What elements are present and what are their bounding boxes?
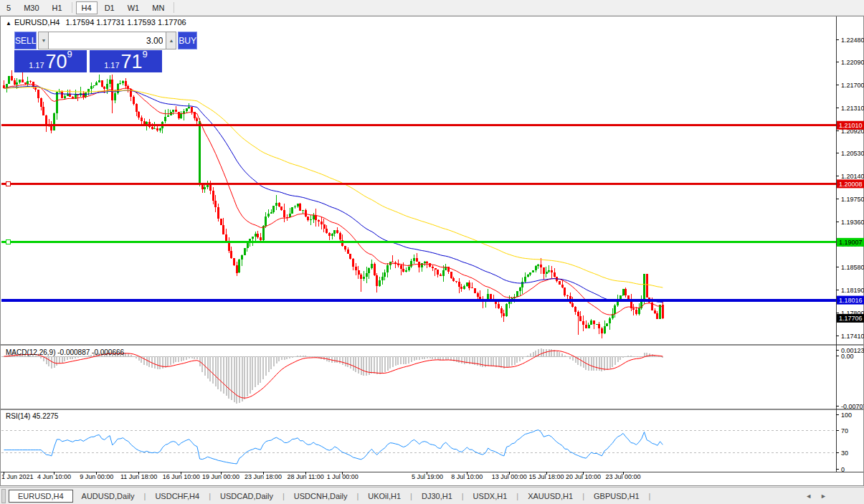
volume-spinner: ▼ ▲ — [38, 32, 176, 49]
toolbar-divider — [72, 2, 72, 13]
svg-text:1.19360: 1.19360 — [841, 219, 864, 226]
timeframe-button-w1[interactable]: W1 — [122, 1, 146, 14]
timeframe-button-m30[interactable]: M30 — [18, 1, 44, 14]
svg-text:28 Jun 11:00: 28 Jun 11:00 — [288, 473, 324, 480]
svg-text:13 Jul 00:00: 13 Jul 00:00 — [492, 473, 527, 480]
svg-text:30: 30 — [841, 450, 848, 457]
svg-text:1.19750: 1.19750 — [841, 196, 864, 203]
svg-text:19 Jun 00:00: 19 Jun 00:00 — [202, 473, 239, 480]
tab-separator: | — [283, 492, 285, 500]
svg-text:1.20008: 1.20008 — [839, 181, 863, 188]
chart-tab-eurusd[interactable]: EURUSD,H4 — [9, 490, 73, 503]
symbol-tab-bar: EURUSD,H4AUDUSD,Daily|USDCHF,H4|USDCAD,D… — [0, 487, 864, 504]
svg-text:9 Jun 00:00: 9 Jun 00:00 — [80, 473, 113, 480]
chart-tab-usdcad[interactable]: USDCAD,Daily — [212, 490, 282, 503]
buy-price-main: 71 — [121, 52, 143, 72]
timeframe-button-5[interactable]: 5 — [1, 1, 16, 14]
svg-text:100: 100 — [841, 412, 852, 419]
buy-price[interactable]: 1.17719 — [90, 50, 162, 72]
svg-text:20 Jul 10:00: 20 Jul 10:00 — [566, 473, 601, 480]
volume-increase-icon[interactable]: ▲ — [166, 32, 176, 49]
buy-button[interactable]: BUY — [178, 32, 197, 49]
tab-separator: | — [582, 492, 584, 500]
volume-decrease-icon[interactable]: ▼ — [38, 32, 49, 49]
svg-text:1.20140: 1.20140 — [841, 173, 864, 180]
svg-text:23 Jul 00:00: 23 Jul 00:00 — [605, 473, 640, 480]
svg-text:70: 70 — [841, 427, 848, 434]
chart-tab-ukoil[interactable]: UKOil,H1 — [359, 490, 409, 503]
tab-splitter[interactable] — [1, 489, 6, 503]
volume-input[interactable] — [49, 32, 166, 49]
chart-area: 1.224801.220901.217001.213101.209201.205… — [0, 16, 864, 486]
svg-text:0: 0 — [841, 466, 845, 473]
svg-text:1.22480: 1.22480 — [841, 37, 864, 44]
svg-text:1.21010: 1.21010 — [839, 122, 863, 129]
timeframe-button-h1[interactable]: H1 — [47, 1, 68, 14]
tab-scroll-arrows[interactable]: ◄► — [805, 493, 835, 500]
svg-text:11 Jun 18:00: 11 Jun 18:00 — [120, 473, 157, 480]
svg-text:1.17706: 1.17706 — [839, 315, 863, 322]
chart-symbol: EURUSD,H4 — [14, 18, 60, 27]
sell-price-prefix: 1.17 — [29, 61, 44, 70]
svg-text:0.00: 0.00 — [841, 353, 854, 360]
tab-separator: | — [462, 492, 464, 500]
svg-text:1.19007: 1.19007 — [839, 239, 863, 246]
svg-text:15 Jul 18:00: 15 Jul 18:00 — [528, 473, 564, 480]
timeframe-toolbar: 5M30H1H4D1W1MN — [0, 0, 864, 16]
tab-separator: | — [356, 492, 359, 500]
toolbar-divider — [174, 2, 174, 13]
tab-separator: | — [209, 492, 211, 500]
timeframe-button-h4[interactable]: H4 — [76, 1, 98, 14]
macd-label: MACD(12,26,9) -0.000887 -0.000666 — [6, 348, 124, 356]
tab-separator: | — [410, 492, 412, 500]
svg-text:16 Jun 10:00: 16 Jun 10:00 — [163, 473, 200, 480]
tab-separator: | — [649, 492, 651, 500]
sell-button[interactable]: SELL — [14, 32, 37, 49]
svg-text:1.21700: 1.21700 — [841, 82, 864, 89]
svg-text:-0.00707: -0.00707 — [841, 403, 864, 410]
svg-text:1.18580: 1.18580 — [841, 264, 864, 271]
svg-text:1.18190: 1.18190 — [841, 287, 864, 294]
sell-price[interactable]: 1.17709 — [14, 50, 87, 72]
svg-text:8 Jul 10:00: 8 Jul 10:00 — [451, 473, 483, 480]
chart-tab-xauusd[interactable]: XAUUSD,H1 — [519, 490, 581, 503]
buy-price-pip: 9 — [143, 49, 148, 60]
svg-text:1.22090: 1.22090 — [841, 59, 864, 66]
mt4-window: 5M30H1H4D1W1MN 1.224801.220901.217001.21… — [0, 0, 864, 504]
chart-tab-usdcnh[interactable]: USDCNH,Daily — [285, 490, 356, 503]
svg-text:1.20530: 1.20530 — [841, 150, 864, 157]
chart-tab-audusd[interactable]: AUDUSD,Daily — [73, 490, 143, 503]
chart-tab-gbpusd[interactable]: GBPUSD,H1 — [585, 490, 648, 503]
svg-text:1.21310: 1.21310 — [841, 105, 864, 112]
chart-header: ▲EURUSD,H41.17594 1.17731 1.17593 1.1770… — [6, 18, 186, 27]
symbol-marker-icon: ▲ — [6, 20, 11, 27]
chart-ohlc: 1.17594 1.17731 1.17593 1.17706 — [66, 18, 186, 27]
chart-tab-dj30[interactable]: DJ30,H1 — [413, 490, 461, 503]
svg-text:5 Jul 19:00: 5 Jul 19:00 — [412, 473, 443, 480]
chart-tab-usdx[interactable]: USDX,H1 — [465, 490, 516, 503]
tab-separator: | — [516, 492, 518, 500]
svg-text:1 Jul 00:00: 1 Jul 00:00 — [327, 473, 359, 480]
timeframe-button-mn[interactable]: MN — [146, 1, 170, 14]
svg-text:4 Jun 10:00: 4 Jun 10:00 — [37, 473, 71, 480]
rsi-label: RSI(14) 45.2275 — [6, 412, 58, 420]
chart-canvas[interactable]: 1.224801.220901.217001.213101.209201.205… — [0, 16, 864, 489]
one-click-trading-panel: SELL ▼ ▲ BUY 1.17709 1.17719 — [14, 32, 162, 72]
tab-separator: | — [144, 492, 146, 500]
chart-tab-usdchf[interactable]: USDCHF,H4 — [146, 490, 208, 503]
timeframe-button-d1[interactable]: D1 — [99, 1, 120, 14]
sell-price-pip: 9 — [67, 49, 72, 60]
svg-text:23 Jun 18:00: 23 Jun 18:00 — [245, 473, 282, 480]
svg-text:1.17410: 1.17410 — [841, 333, 864, 340]
buy-price-prefix: 1.17 — [104, 61, 119, 70]
sell-price-main: 70 — [46, 52, 67, 72]
svg-text:1.18016: 1.18016 — [839, 297, 863, 304]
svg-text:1 Jun 2021: 1 Jun 2021 — [1, 473, 34, 480]
